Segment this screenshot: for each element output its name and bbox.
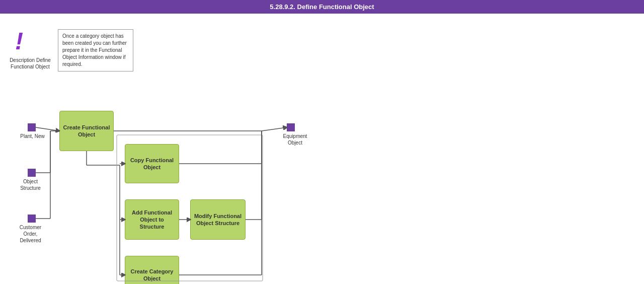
create-category-object-box[interactable]: Create Category Object bbox=[125, 256, 179, 284]
equipment-object-node bbox=[287, 123, 295, 131]
add-functional-object-box[interactable]: Add Functional Object to Structure bbox=[125, 199, 179, 240]
title-bar: 5.28.9.2. Define Functional Object bbox=[0, 0, 644, 14]
equipment-object-label: Equipment Object bbox=[279, 133, 311, 146]
customer-order-label: Customer Order, Delivered bbox=[14, 224, 47, 244]
title-label: 5.28.9.2. Define Functional Object bbox=[270, 3, 374, 11]
object-structure-label: Object Structure bbox=[14, 178, 47, 191]
description-label: Description Define Functional Object bbox=[3, 57, 58, 70]
modify-functional-object-box[interactable]: Modify Functional Object Structure bbox=[190, 199, 246, 240]
customer-order-node bbox=[28, 215, 36, 223]
create-functional-object-box[interactable]: Create Functional Object bbox=[59, 111, 114, 151]
object-structure-node bbox=[28, 169, 36, 177]
exclamation-icon: ! bbox=[15, 29, 23, 53]
svg-line-8 bbox=[262, 127, 287, 131]
copy-functional-object-box[interactable]: Copy Functional Object bbox=[125, 144, 179, 183]
plant-new-node bbox=[28, 123, 36, 131]
tooltip-box: Once a category object has been created … bbox=[58, 29, 133, 72]
diagram-area: ! Description Define Functional Object O… bbox=[0, 14, 644, 284]
svg-line-1 bbox=[36, 127, 59, 131]
plant-new-label: Plant, New bbox=[19, 133, 46, 139]
